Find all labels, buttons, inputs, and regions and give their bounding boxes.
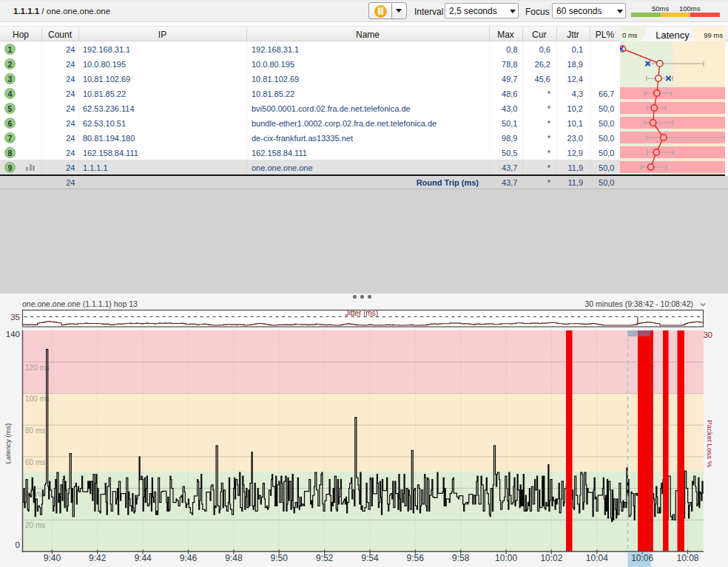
svg-text:Packet Loss %: Packet Loss % <box>706 420 714 467</box>
svg-text:100 ms: 100 ms <box>25 395 50 403</box>
svg-text:10:04: 10:04 <box>586 553 608 563</box>
svg-text:30: 30 <box>704 330 712 339</box>
svg-text:9:56: 9:56 <box>407 553 425 563</box>
svg-text:0: 0 <box>16 540 20 549</box>
svg-text:80 ms: 80 ms <box>25 427 45 435</box>
svg-text:Latency (ms): Latency (ms) <box>4 424 12 464</box>
svg-text:10:00: 10:00 <box>495 553 517 563</box>
svg-text:10:06: 10:06 <box>631 553 653 563</box>
svg-text:9:50: 9:50 <box>271 553 289 563</box>
svg-text:35: 35 <box>10 313 20 322</box>
svg-text:20 ms: 20 ms <box>25 521 45 529</box>
svg-text:9:54: 9:54 <box>361 553 379 563</box>
svg-text:60 ms: 60 ms <box>25 458 45 466</box>
svg-text:140: 140 <box>6 330 20 339</box>
svg-text:Jitter (ms): Jitter (ms) <box>346 309 378 317</box>
svg-text:9:44: 9:44 <box>134 553 152 563</box>
svg-text:9:58: 9:58 <box>452 553 470 563</box>
svg-text:9:48: 9:48 <box>225 553 243 563</box>
svg-text:9:46: 9:46 <box>180 553 198 563</box>
svg-text:9:52: 9:52 <box>316 553 334 563</box>
svg-text:120 ms: 120 ms <box>25 364 50 372</box>
svg-text:9:42: 9:42 <box>89 553 107 563</box>
svg-text:9:40: 9:40 <box>44 553 61 563</box>
svg-text:10:08: 10:08 <box>676 553 698 563</box>
svg-text:10:02: 10:02 <box>540 553 562 563</box>
